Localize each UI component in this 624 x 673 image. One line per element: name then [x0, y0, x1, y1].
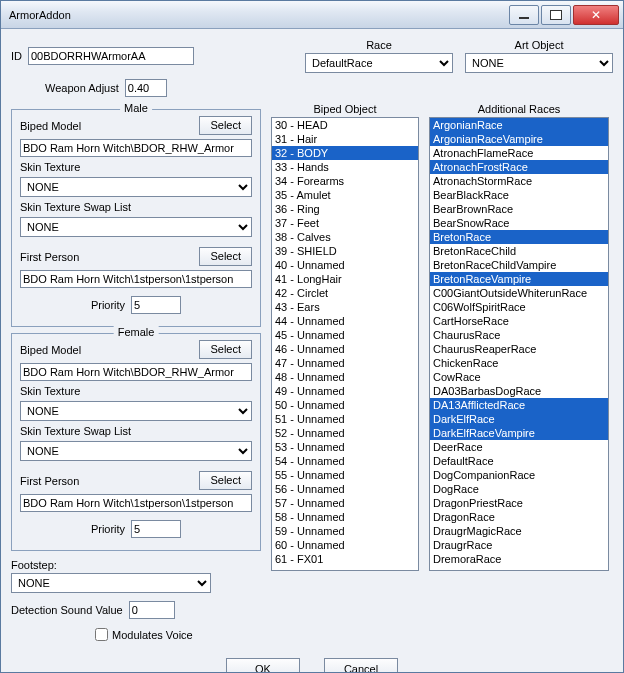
list-item[interactable]: 57 - Unnamed	[272, 496, 418, 510]
list-item[interactable]: DefaultRace	[430, 454, 608, 468]
list-item[interactable]: 31 - Hair	[272, 132, 418, 146]
list-item[interactable]: 30 - HEAD	[272, 118, 418, 132]
first-person-label: First Person	[20, 251, 79, 263]
list-item[interactable]: 58 - Unnamed	[272, 510, 418, 524]
list-item[interactable]: 59 - Unnamed	[272, 524, 418, 538]
list-item[interactable]: 61 - FX01	[272, 552, 418, 566]
list-item[interactable]: DogCompanionRace	[430, 468, 608, 482]
list-item[interactable]: 45 - Unnamed	[272, 328, 418, 342]
list-item[interactable]: 53 - Unnamed	[272, 440, 418, 454]
content-area: ID Race DefaultRace Art Object NONE	[1, 29, 623, 672]
list-item[interactable]: 36 - Ring	[272, 202, 418, 216]
list-item[interactable]: AtronachFlameRace	[430, 146, 608, 160]
list-item[interactable]: DeerRace	[430, 440, 608, 454]
female-skin-texture-select[interactable]: NONE	[20, 401, 252, 421]
male-biped-select-button[interactable]: Select	[199, 116, 252, 135]
race-select[interactable]: DefaultRace	[305, 53, 453, 73]
window-title: ArmorAddon	[9, 9, 509, 21]
list-item[interactable]: ChickenRace	[430, 356, 608, 370]
list-item[interactable]: 52 - Unnamed	[272, 426, 418, 440]
list-item[interactable]: 32 - BODY	[272, 146, 418, 160]
list-item[interactable]: 50 - Unnamed	[272, 398, 418, 412]
list-item[interactable]: DarkElfRace	[430, 412, 608, 426]
list-item[interactable]: DraugrMagicRace	[430, 524, 608, 538]
footstep-select[interactable]: NONE	[11, 573, 211, 593]
titlebar[interactable]: ArmorAddon	[1, 1, 623, 29]
male-fp-select-button[interactable]: Select	[199, 247, 252, 266]
list-item[interactable]: ArgonianRaceVampire	[430, 132, 608, 146]
list-item[interactable]: BearSnowRace	[430, 216, 608, 230]
list-item[interactable]: BretonRaceVampire	[430, 272, 608, 286]
list-item[interactable]: 33 - Hands	[272, 160, 418, 174]
biped-object-list[interactable]: 30 - HEAD31 - Hair32 - BODY33 - Hands34 …	[271, 117, 419, 571]
list-item[interactable]: BearBrownRace	[430, 202, 608, 216]
list-item[interactable]: AtronachStormRace	[430, 174, 608, 188]
additional-races-label: Additional Races	[429, 103, 609, 115]
list-item[interactable]: DarkElfRaceVampire	[430, 426, 608, 440]
list-item[interactable]: BretonRaceChildVampire	[430, 258, 608, 272]
male-skin-swap-select[interactable]: NONE	[20, 217, 252, 237]
maximize-button[interactable]	[541, 5, 571, 25]
female-fp-select-button[interactable]: Select	[199, 471, 252, 490]
female-skin-swap-select[interactable]: NONE	[20, 441, 252, 461]
cancel-button[interactable]: Cancel	[324, 658, 398, 672]
list-item[interactable]: 46 - Unnamed	[272, 342, 418, 356]
list-item[interactable]: C00GiantOutsideWhiterunRace	[430, 286, 608, 300]
art-object-select[interactable]: NONE	[465, 53, 613, 73]
list-item[interactable]: 43 - Ears	[272, 300, 418, 314]
female-biped-select-button[interactable]: Select	[199, 340, 252, 359]
list-item[interactable]: BearBlackRace	[430, 188, 608, 202]
list-item[interactable]: ChaurusReaperRace	[430, 342, 608, 356]
list-item[interactable]: ArgonianRace	[430, 118, 608, 132]
list-item[interactable]: DragonPriestRace	[430, 496, 608, 510]
list-item[interactable]: 51 - Unnamed	[272, 412, 418, 426]
list-item[interactable]: 47 - Unnamed	[272, 356, 418, 370]
female-first-person-input[interactable]	[20, 494, 252, 512]
list-item[interactable]: ChaurusRace	[430, 328, 608, 342]
list-item[interactable]: 40 - Unnamed	[272, 258, 418, 272]
detection-sound-input[interactable]	[129, 601, 175, 619]
id-input[interactable]	[28, 47, 194, 65]
list-item[interactable]: 44 - Unnamed	[272, 314, 418, 328]
minimize-button[interactable]	[509, 5, 539, 25]
skin-swap-label-f: Skin Texture Swap List	[20, 425, 252, 437]
list-item[interactable]: 48 - Unnamed	[272, 370, 418, 384]
list-item[interactable]: CowRace	[430, 370, 608, 384]
list-item[interactable]: BretonRaceChild	[430, 244, 608, 258]
weapon-adjust-input[interactable]	[125, 79, 167, 97]
list-item[interactable]: 56 - Unnamed	[272, 482, 418, 496]
list-item[interactable]: 42 - Circlet	[272, 286, 418, 300]
list-item[interactable]: C06WolfSpiritRace	[430, 300, 608, 314]
male-biped-model-input[interactable]	[20, 139, 252, 157]
list-item[interactable]: 41 - LongHair	[272, 272, 418, 286]
list-item[interactable]: BretonRace	[430, 230, 608, 244]
female-priority-input[interactable]	[131, 520, 181, 538]
list-item[interactable]: 49 - Unnamed	[272, 384, 418, 398]
list-item[interactable]: CartHorseRace	[430, 314, 608, 328]
list-item[interactable]: 38 - Calves	[272, 230, 418, 244]
list-item[interactable]: DragonRace	[430, 510, 608, 524]
list-item[interactable]: 60 - Unnamed	[272, 538, 418, 552]
biped-object-label: Biped Object	[271, 103, 419, 115]
list-item[interactable]: DraugrRace	[430, 538, 608, 552]
priority-label: Priority	[91, 299, 125, 311]
list-item[interactable]: DremoraRace	[430, 552, 608, 566]
close-button[interactable]	[573, 5, 619, 25]
list-item[interactable]: AtronachFrostRace	[430, 160, 608, 174]
additional-races-list[interactable]: ArgonianRaceArgonianRaceVampireAtronachF…	[429, 117, 609, 571]
list-item[interactable]: DA13AfflictedRace	[430, 398, 608, 412]
modulates-voice-checkbox[interactable]	[95, 628, 108, 641]
list-item[interactable]: 54 - Unnamed	[272, 454, 418, 468]
ok-button[interactable]: OK	[226, 658, 300, 672]
male-priority-input[interactable]	[131, 296, 181, 314]
list-item[interactable]: 39 - SHIELD	[272, 244, 418, 258]
list-item[interactable]: DA03BarbasDogRace	[430, 384, 608, 398]
list-item[interactable]: 35 - Amulet	[272, 188, 418, 202]
list-item[interactable]: 34 - Forearms	[272, 174, 418, 188]
female-biped-model-input[interactable]	[20, 363, 252, 381]
male-skin-texture-select[interactable]: NONE	[20, 177, 252, 197]
list-item[interactable]: DogRace	[430, 482, 608, 496]
list-item[interactable]: 37 - Feet	[272, 216, 418, 230]
list-item[interactable]: 55 - Unnamed	[272, 468, 418, 482]
male-first-person-input[interactable]	[20, 270, 252, 288]
